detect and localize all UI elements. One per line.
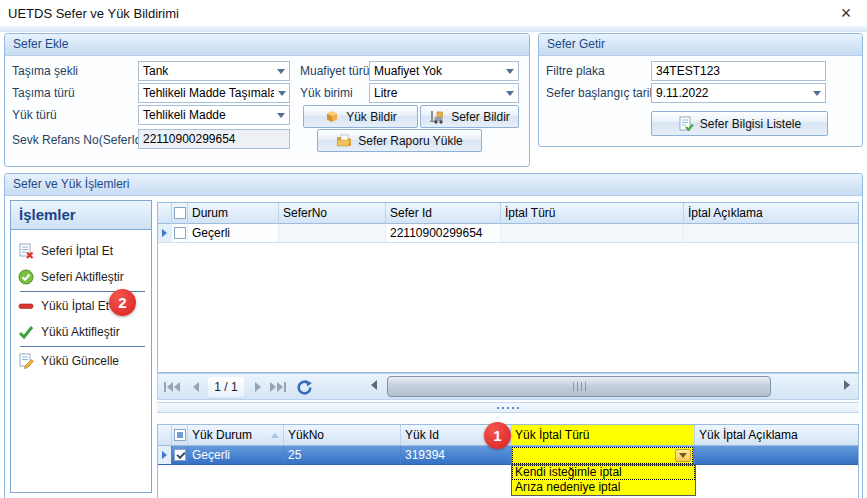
dropdown-option[interactable]: Kendi isteğimle iptal: [512, 465, 695, 480]
column-header-iptal-aciklama[interactable]: İptal Açıklama: [684, 203, 858, 224]
pager-page-indicator: 1 / 1: [208, 377, 244, 397]
yuk-birimi-value: Litre: [374, 86, 397, 100]
column-header-iptal-turu[interactable]: İptal Türü: [501, 203, 684, 224]
scrollbar-right-arrow[interactable]: [844, 380, 850, 390]
window-title: UETDS Sefer ve Yük Bildirimi: [8, 6, 179, 21]
select-all-checkbox[interactable]: [172, 203, 188, 224]
grid-splitter[interactable]: [157, 402, 859, 413]
filtre-plaka-value[interactable]: [656, 64, 825, 78]
sevk-refans-value: 22110900299654: [143, 132, 236, 146]
pager-next-icon[interactable]: [248, 377, 268, 397]
sefer-raporu-yukle-button[interactable]: Sefer Raporu Yükle: [317, 129, 482, 152]
sefer-baslangic-label: Sefer başlangıç tarihi: [546, 86, 659, 100]
tasima-turu-value: Tehlikeli Madde Taşımaları: [143, 86, 274, 100]
column-header-yuk-iptal-aciklama[interactable]: Yük İptal Açıklama: [695, 425, 858, 446]
pager-last-icon[interactable]: [268, 377, 288, 397]
sevk-refans-field[interactable]: 22110900299654: [138, 129, 290, 149]
column-header-seferno[interactable]: SeferNo: [279, 203, 386, 224]
sefer-baslangic-date-picker[interactable]: 9.11.2022: [651, 83, 826, 103]
column-header-sefer-id[interactable]: Sefer Id: [386, 203, 501, 224]
sefer-bilgisi-listele-label: Sefer Bilgisi Listele: [700, 117, 801, 131]
cell-durum[interactable]: Geçerli: [188, 224, 279, 243]
yuk-grid-row[interactable]: Geçerli 25 319394: [158, 446, 858, 465]
document-edit-icon: [18, 353, 34, 369]
sefer-grid: Durum SeferNo Sefer Id İptal Türü İptal …: [157, 202, 859, 373]
column-header-durum[interactable]: Durum: [188, 203, 279, 224]
yuk-birimi-combo[interactable]: Litre: [369, 83, 519, 103]
tasima-turu-label: Taşıma türü: [12, 86, 75, 100]
sevk-refans-label: Sevk Refans No(SeferId): [12, 133, 145, 147]
muafiyet-turu-combo[interactable]: Muafiyet Yok: [369, 61, 519, 81]
tasima-sekli-label: Taşıma şekli: [12, 64, 78, 78]
menu-item-yuku-aktiflestir[interactable]: Yükü Aktifleştir: [11, 319, 151, 345]
folder-report-icon: [336, 133, 352, 149]
islemler-panel: İşlemler Seferi İptal Et Seferi Aktifleş…: [10, 200, 152, 493]
column-header-label: Yük Durum: [192, 428, 252, 442]
scrollbar-left-arrow[interactable]: [371, 380, 377, 390]
sefer-ekle-title: Sefer Ekle: [5, 34, 529, 56]
row-checkbox[interactable]: [172, 446, 188, 465]
yuk-iptal-turu-combo[interactable]: [512, 447, 693, 464]
pager-previous-icon[interactable]: [186, 377, 206, 397]
cell-yuk-iptal-turu[interactable]: [511, 446, 695, 465]
tasima-sekli-value: Tank: [143, 64, 168, 78]
menu-item-seferi-aktiflestir[interactable]: Seferi Aktifleştir: [11, 264, 151, 290]
cell-yukno[interactable]: 25: [284, 446, 401, 465]
cell-yuk-iptal-aciklama[interactable]: [695, 446, 858, 465]
filtre-plaka-input[interactable]: [651, 61, 826, 81]
sefer-grid-pager: 1 / 1: [157, 373, 859, 400]
menu-separator: [20, 346, 145, 347]
menu-item-seferi-iptal-et[interactable]: Seferi İptal Et: [11, 238, 151, 264]
document-check-icon: [678, 116, 694, 132]
cell-iptal-aciklama[interactable]: [684, 224, 858, 243]
yuk-iptal-turu-dropdown-list: Kendi isteğimle iptal Arıza nedeniye ipt…: [511, 464, 696, 496]
chevron-down-icon[interactable]: [502, 84, 518, 102]
filtre-plaka-label: Filtre plaka: [546, 64, 605, 78]
sefer-getir-title: Sefer Getir: [539, 34, 862, 56]
sefer-grid-header: Durum SeferNo Sefer Id İptal Türü İptal …: [158, 203, 858, 224]
sefer-grid-row[interactable]: Geçerli 22110900299654: [158, 224, 858, 243]
tasima-sekli-combo[interactable]: Tank: [138, 61, 290, 81]
tasima-turu-combo[interactable]: Tehlikeli Madde Taşımaları: [138, 83, 290, 103]
sefer-bilgisi-listele-button[interactable]: Sefer Bilgisi Listele: [651, 111, 828, 136]
pager-first-icon[interactable]: [162, 377, 182, 397]
client-top-band: [0, 26, 867, 32]
chevron-down-icon[interactable]: [274, 84, 289, 102]
muafiyet-turu-value: Muafiyet Yok: [374, 64, 442, 78]
yuk-bildir-button[interactable]: Yük Bildir: [303, 105, 418, 128]
sefer-bildir-button[interactable]: Sefer Bildir: [420, 105, 519, 128]
yuk-turu-combo[interactable]: Tehlikeli Madde: [138, 105, 290, 125]
refresh-icon[interactable]: [294, 377, 314, 397]
chevron-down-icon[interactable]: [273, 62, 289, 80]
menu-item-yuku-guncelle[interactable]: Yükü Güncelle: [11, 348, 151, 374]
close-icon[interactable]: ×: [833, 2, 859, 24]
check-circle-icon: [18, 269, 34, 285]
column-header-yukno[interactable]: YükNo: [284, 425, 401, 446]
cell-yuk-durum[interactable]: Geçerli: [188, 446, 284, 465]
menu-item-label: Seferi Aktifleştir: [41, 270, 124, 284]
cell-sefer-id[interactable]: 22110900299654: [386, 224, 501, 243]
chevron-down-icon[interactable]: [502, 62, 518, 80]
forklift-icon: [429, 109, 445, 125]
column-header-yuk-durum[interactable]: Yük Durum: [188, 425, 284, 446]
cell-iptal-turu[interactable]: [501, 224, 684, 243]
menu-item-label: Seferi İptal Et: [41, 244, 113, 258]
sefer-yuk-islemleri-title: Sefer ve Yük İşlemleri: [5, 174, 862, 196]
sefer-raporu-yukle-label: Sefer Raporu Yükle: [358, 134, 463, 148]
cell-seferno[interactable]: [279, 224, 386, 243]
combo-dropdown-button[interactable]: [675, 449, 691, 462]
yuk-bildir-label: Yük Bildir: [346, 110, 397, 124]
scrollbar-thumb[interactable]: [387, 376, 771, 397]
dropdown-option[interactable]: Arıza nedeniye iptal: [512, 480, 695, 495]
annotation-badge-2: 2: [109, 289, 136, 316]
row-checkbox[interactable]: [172, 224, 188, 243]
chevron-down-icon[interactable]: [809, 84, 825, 102]
select-all-checkbox[interactable]: [172, 425, 188, 446]
document-cancel-icon: [18, 243, 34, 259]
chevron-down-icon[interactable]: [273, 106, 289, 124]
column-header-yuk-iptal-turu[interactable]: Yük İptal Türü: [511, 425, 695, 446]
islemler-panel-title: İşlemler: [11, 201, 151, 230]
sefer-bildir-label: Sefer Bildir: [451, 110, 510, 124]
green-check-icon: [18, 324, 34, 340]
menu-item-label: Yükü Güncelle: [41, 354, 119, 368]
